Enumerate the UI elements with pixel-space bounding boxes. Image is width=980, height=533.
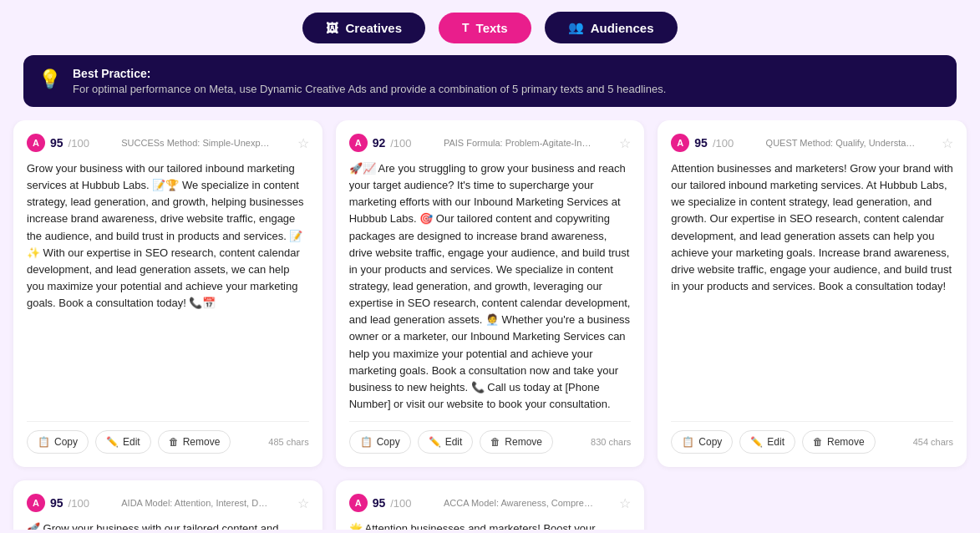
star-button-0[interactable]: ☆ bbox=[297, 135, 309, 151]
score-max-0: /100 bbox=[69, 137, 89, 150]
card-method-2: QUEST Method: Qualify, Understand, Educa… bbox=[766, 138, 917, 148]
score-icon-3: A bbox=[27, 494, 45, 512]
audiences-icon: 👥 bbox=[568, 20, 584, 35]
nav-audiences-label: Audiences bbox=[591, 21, 654, 35]
card-header-4: A 95 /100 ACCA Model: Awareness, Compreh… bbox=[349, 494, 632, 512]
score-max-1: /100 bbox=[390, 137, 411, 150]
card-body-0: Grow your business with our tailored inb… bbox=[27, 160, 309, 413]
score-value-4: 95 bbox=[373, 496, 386, 510]
star-button-1[interactable]: ☆ bbox=[619, 135, 631, 151]
card-method-0: SUCCESs Method: Simple-Unexpected-Concre… bbox=[121, 138, 272, 148]
card-score-3: A 95 /100 bbox=[27, 494, 89, 512]
remove-label-1: Remove bbox=[505, 436, 542, 448]
star-button-3[interactable]: ☆ bbox=[297, 495, 309, 511]
text-card-0: A 95 /100 SUCCESs Method: Simple-Unexpec… bbox=[13, 120, 322, 467]
best-practice-banner: 💡 Best Practice: For optimal performance… bbox=[23, 55, 957, 107]
edit-icon-0: ✏️ bbox=[106, 436, 119, 448]
nav-creatives-label: Creatives bbox=[345, 21, 402, 35]
card-header-3: A 95 /100 AIDA Model: Attention, Interes… bbox=[27, 494, 309, 512]
remove-label-0: Remove bbox=[183, 436, 221, 448]
card-method-3: AIDA Model: Attention, Interest, Desire,… bbox=[121, 498, 272, 508]
score-value-1: 92 bbox=[373, 136, 386, 150]
card-header-2: A 95 /100 QUEST Method: Qualify, Underst… bbox=[671, 134, 953, 152]
card-header-0: A 95 /100 SUCCESs Method: Simple-Unexpec… bbox=[27, 134, 309, 152]
trash-icon-1: 🗑 bbox=[490, 436, 500, 448]
card-footer-2: 📋 Copy ✏️ Edit 🗑 Remove 454 chars bbox=[671, 421, 953, 454]
card-score-4: A 95 /100 bbox=[349, 494, 412, 512]
chars-count-1: 830 chars bbox=[591, 437, 631, 447]
card-body-4: 🌟 Attention businesses and marketers! Bo… bbox=[349, 520, 632, 530]
score-icon-1: A bbox=[349, 134, 368, 152]
banner-title: Best Practice: bbox=[73, 67, 666, 80]
trash-icon-2: 🗑 bbox=[813, 436, 823, 448]
remove-button-2[interactable]: 🗑 Remove bbox=[802, 430, 876, 454]
cards-grid: A 95 /100 SUCCESs Method: Simple-Unexpec… bbox=[0, 120, 980, 530]
card-method-4: ACCA Model: Awareness, Comprehension, Co… bbox=[444, 498, 594, 508]
star-button-4[interactable]: ☆ bbox=[619, 495, 631, 511]
card-score-1: A 92 /100 bbox=[349, 134, 412, 152]
edit-button-2[interactable]: ✏️ Edit bbox=[739, 430, 795, 454]
score-icon-0: A bbox=[27, 134, 45, 152]
top-nav: 🖼 Creatives T Texts 👥 Audiences bbox=[0, 0, 980, 55]
card-body-1: 🚀📈 Are you struggling to grow your busin… bbox=[349, 160, 632, 413]
copy-label-0: Copy bbox=[54, 436, 78, 448]
text-card-4: A 95 /100 ACCA Model: Awareness, Compreh… bbox=[336, 480, 645, 530]
trash-icon-0: 🗑 bbox=[169, 436, 179, 448]
nav-texts[interactable]: T Texts bbox=[439, 13, 531, 43]
star-button-2[interactable]: ☆ bbox=[942, 135, 953, 151]
chars-count-0: 485 chars bbox=[268, 437, 308, 447]
copy-icon-1: 📋 bbox=[360, 436, 373, 448]
remove-label-2: Remove bbox=[827, 436, 865, 448]
copy-button-2[interactable]: 📋 Copy bbox=[671, 430, 733, 454]
score-value-2: 95 bbox=[694, 136, 708, 150]
nav-creatives[interactable]: 🖼 Creatives bbox=[302, 13, 425, 43]
banner-text: For optimal performance on Meta, use Dyn… bbox=[73, 83, 666, 95]
edit-label-2: Edit bbox=[767, 436, 785, 448]
copy-button-1[interactable]: 📋 Copy bbox=[349, 430, 411, 454]
copy-icon-0: 📋 bbox=[38, 436, 50, 448]
card-footer-1: 📋 Copy ✏️ Edit 🗑 Remove 830 chars bbox=[349, 421, 632, 454]
card-body-3: 🚀 Grow your business with our tailored c… bbox=[27, 520, 309, 530]
score-max-4: /100 bbox=[390, 497, 411, 510]
chars-count-2: 454 chars bbox=[913, 437, 953, 447]
copy-label-2: Copy bbox=[698, 436, 722, 448]
copy-label-1: Copy bbox=[377, 436, 400, 448]
text-card-3: A 95 /100 AIDA Model: Attention, Interes… bbox=[13, 480, 322, 530]
edit-icon-2: ✏️ bbox=[750, 436, 763, 448]
edit-button-1[interactable]: ✏️ Edit bbox=[418, 430, 474, 454]
edit-icon-1: ✏️ bbox=[429, 436, 441, 448]
edit-label-1: Edit bbox=[445, 436, 463, 448]
edit-button-0[interactable]: ✏️ Edit bbox=[95, 430, 151, 454]
remove-button-1[interactable]: 🗑 Remove bbox=[480, 430, 553, 454]
card-footer-0: 📋 Copy ✏️ Edit 🗑 Remove 485 chars bbox=[27, 421, 309, 454]
score-max-2: /100 bbox=[713, 137, 734, 150]
card-method-1: PAIS Formula: Problem-Agitate-Invalidate… bbox=[444, 138, 594, 148]
text-card-1: A 92 /100 PAIS Formula: Problem-Agitate-… bbox=[336, 120, 645, 467]
score-max-3: /100 bbox=[69, 497, 89, 510]
score-value-3: 95 bbox=[50, 496, 63, 510]
card-body-2: Attention businesses and marketers! Grow… bbox=[671, 160, 953, 413]
nav-audiences[interactable]: 👥 Audiences bbox=[545, 12, 678, 43]
creatives-icon: 🖼 bbox=[326, 21, 338, 35]
score-value-0: 95 bbox=[50, 136, 63, 150]
banner-icon: 💡 bbox=[38, 69, 61, 90]
nav-texts-label: Texts bbox=[476, 21, 508, 35]
score-icon-2: A bbox=[671, 134, 689, 152]
copy-icon-2: 📋 bbox=[682, 436, 694, 448]
remove-button-0[interactable]: 🗑 Remove bbox=[158, 430, 231, 454]
edit-label-0: Edit bbox=[123, 436, 140, 448]
score-icon-4: A bbox=[349, 494, 368, 512]
copy-button-0[interactable]: 📋 Copy bbox=[27, 430, 89, 454]
text-card-2: A 95 /100 QUEST Method: Qualify, Underst… bbox=[658, 120, 967, 467]
card-header-1: A 92 /100 PAIS Formula: Problem-Agitate-… bbox=[349, 134, 632, 152]
banner-content: Best Practice: For optimal performance o… bbox=[73, 67, 666, 95]
card-score-2: A 95 /100 bbox=[671, 134, 734, 152]
card-score-0: A 95 /100 bbox=[27, 134, 89, 152]
texts-icon: T bbox=[462, 21, 470, 34]
